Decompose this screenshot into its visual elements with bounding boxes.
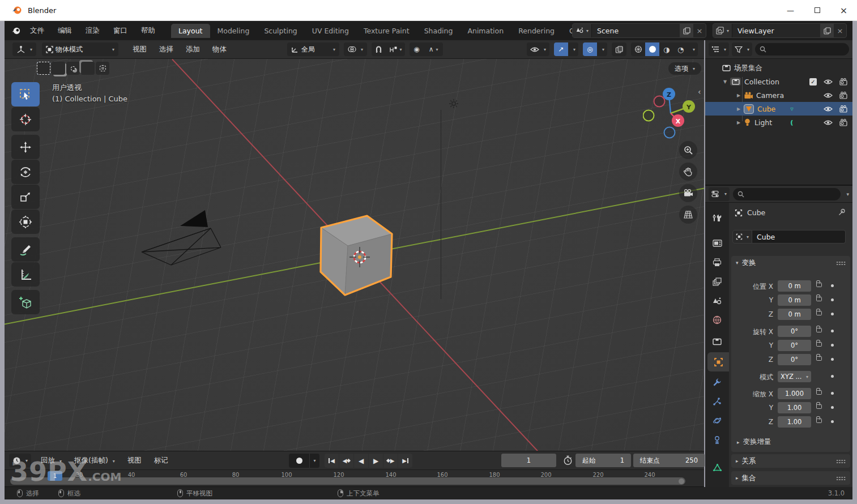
tab-texture-paint[interactable]: Texture Paint	[356, 24, 417, 38]
select-invert-button[interactable]	[81, 62, 95, 75]
blender-menu-icon[interactable]	[11, 26, 21, 36]
tool-cursor[interactable]	[11, 107, 40, 131]
select-subtract-button[interactable]	[66, 62, 80, 75]
outliner-collection-row[interactable]: ▼ Collection ✓	[705, 75, 852, 88]
jump-to-start-button[interactable]: ◀	[325, 454, 339, 468]
panel-grip[interactable]	[836, 459, 846, 463]
tab-data-icon[interactable]	[705, 459, 729, 476]
menu-file[interactable]: 文件	[23, 26, 51, 36]
menu-help[interactable]: 帮助	[134, 26, 162, 36]
viewport-3d[interactable]: 选项▾ 用户透视 (1) Collection | Cube	[5, 59, 704, 451]
menu-edit[interactable]: 编辑	[51, 26, 79, 36]
minimize-button[interactable]: —	[777, 0, 804, 20]
scale-x-keyframe-dot[interactable]	[831, 392, 834, 395]
playhead[interactable]: 1	[48, 471, 62, 481]
gizmo-neg-z[interactable]	[664, 127, 675, 138]
frame-start-field[interactable]: 起始 1	[575, 454, 631, 467]
outliner-display-mode-button[interactable]: ▾	[709, 42, 729, 56]
scale-x-field[interactable]: 1.000	[778, 388, 811, 399]
timeline-scrollbar[interactable]	[10, 477, 685, 485]
properties-editor-type-button[interactable]: ▾	[709, 187, 730, 201]
tab-modeling[interactable]: Modeling	[210, 24, 257, 38]
panel-grip[interactable]	[836, 476, 846, 480]
collection-checkbox[interactable]: ✓	[809, 78, 817, 86]
current-frame-field[interactable]: 1	[501, 454, 556, 467]
delta-transform-subpanel[interactable]: ▸变换增量	[737, 437, 771, 447]
outliner-cube-row[interactable]: ▶ Cube ▿	[705, 102, 852, 116]
xray-toggle[interactable]	[612, 42, 626, 56]
object-id-icon-button[interactable]: ▾	[732, 230, 752, 244]
cube-object[interactable]	[312, 210, 408, 306]
scene-unlink-button[interactable]: ×	[693, 24, 706, 37]
select-extend-button[interactable]	[52, 62, 65, 75]
collections-panel[interactable]: ▸ 集合	[731, 471, 850, 485]
tool-annotate[interactable]	[11, 237, 40, 262]
rotation-y-lock-icon[interactable]	[816, 342, 822, 347]
proportional-edit-toggle[interactable]: ◉	[410, 42, 424, 56]
light-expand-icon[interactable]: ▶	[736, 120, 741, 125]
select-intersect-button[interactable]	[96, 62, 109, 75]
shading-wireframe-button[interactable]	[631, 42, 645, 56]
tab-animation[interactable]: Animation	[460, 24, 511, 38]
camera-object[interactable]	[127, 204, 232, 275]
tab-shading[interactable]: Shading	[417, 24, 461, 38]
viewlayer-remove-button[interactable]: ×	[834, 24, 846, 37]
rotation-z-field[interactable]: 0°	[778, 354, 811, 365]
camera-view-button[interactable]	[679, 184, 697, 202]
tab-particles-icon[interactable]	[705, 393, 729, 410]
rotation-y-keyframe-dot[interactable]	[831, 344, 834, 347]
menu-view[interactable]: 视图	[126, 45, 153, 54]
prev-keyframe-button[interactable]: ◀	[339, 454, 353, 468]
shading-material-button[interactable]: ◑	[659, 42, 673, 56]
cube-render-camera-icon[interactable]	[839, 105, 848, 113]
outliner-scene-collection-row[interactable]: 场景集合	[705, 61, 852, 75]
auto-key-dropdown[interactable]: ▾	[309, 454, 319, 468]
ortho-toggle-button[interactable]	[679, 206, 697, 224]
shading-dropdown[interactable]: ▾	[688, 42, 698, 56]
timeline-menu-view[interactable]: 视图	[121, 456, 148, 465]
auto-key-record-button[interactable]	[289, 454, 309, 468]
timeline-ruler[interactable]: 20 40 60 80 100 120 140 160 180 200 220 …	[5, 470, 704, 487]
scale-y-keyframe-dot[interactable]	[831, 406, 834, 409]
navigation-gizmo[interactable]: Z Y X	[643, 86, 697, 140]
outliner-light-row[interactable]: ▶ Light ❪	[705, 116, 852, 129]
menu-add[interactable]: 添加	[180, 45, 206, 54]
rotation-z-lock-icon[interactable]	[816, 356, 822, 361]
tab-physics-icon[interactable]	[705, 412, 729, 429]
viewlayer-name[interactable]: ViewLayer	[732, 24, 820, 37]
tab-collection-icon[interactable]	[705, 333, 729, 350]
snap-toggle[interactable]	[372, 42, 386, 56]
next-keyframe-button[interactable]: ▶	[383, 454, 398, 468]
tab-world-icon[interactable]	[705, 311, 729, 328]
object-name-field[interactable]: Cube	[752, 230, 846, 244]
scale-x-lock-icon[interactable]	[816, 390, 822, 395]
outliner-search-input[interactable]	[755, 43, 849, 55]
timeline-menu-keying[interactable]: 抠像(插帧) ▾	[68, 456, 121, 465]
breadcrumb-object-name[interactable]: Cube	[747, 208, 765, 217]
shading-rendered-button[interactable]: ◔	[673, 42, 688, 56]
visibility-dropdown[interactable]: ▾	[527, 42, 549, 56]
tab-render-icon[interactable]	[705, 234, 729, 251]
scale-z-lock-icon[interactable]	[816, 418, 822, 423]
gizmo-neg-x[interactable]	[654, 96, 665, 107]
location-z-lock-icon[interactable]	[816, 311, 822, 315]
tool-measure[interactable]	[11, 262, 40, 287]
timeline-editor-type-button[interactable]: ▾	[9, 454, 31, 467]
tab-modifiers-icon[interactable]	[705, 374, 729, 391]
viewlayer-browse-button[interactable]: ▾	[713, 24, 732, 37]
outliner-filter-button[interactable]: ▾	[732, 42, 752, 56]
location-y-field[interactable]: 0 m	[778, 294, 811, 306]
rotation-mode-dropdown[interactable]: XYZ ...▾	[778, 371, 811, 382]
timeline-menu-markers[interactable]: 标记	[148, 456, 174, 465]
options-dropdown[interactable]: 选项▾	[668, 62, 701, 75]
location-y-lock-icon[interactable]	[816, 297, 822, 301]
scale-z-field[interactable]: 1.00	[778, 416, 811, 428]
transform-panel-header[interactable]: ▾ 变换	[731, 256, 850, 270]
location-x-field[interactable]: 0 m	[778, 280, 811, 292]
collection-render-camera-icon[interactable]	[839, 78, 848, 86]
maximize-button[interactable]	[804, 0, 830, 20]
relations-panel[interactable]: ▸ 关系	[731, 454, 850, 468]
location-z-keyframe-dot[interactable]	[831, 313, 834, 315]
zoom-button[interactable]	[679, 141, 697, 159]
menu-render[interactable]: 渲染	[79, 26, 106, 36]
